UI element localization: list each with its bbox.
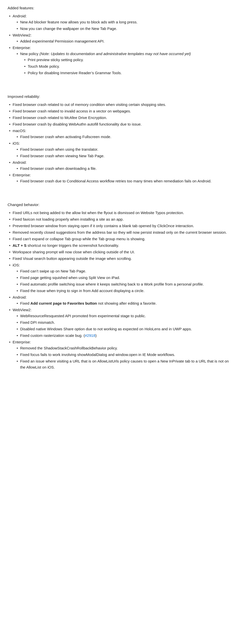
- item-text: Android:: [13, 14, 27, 18]
- item-text: WebView2:: [13, 308, 31, 312]
- item-text: New policy (Note: Updates to documentati…: [20, 52, 191, 56]
- issue-link[interactable]: #2918: [85, 333, 95, 338]
- item-text: Fixed Visual search button appearing out…: [13, 256, 132, 261]
- release-notes-page: Added features: Android: New Ad blocker …: [8, 5, 229, 370]
- item-text: Fixed URLs not being added to the allow …: [13, 211, 184, 215]
- item-text: Prevented browser window from staying op…: [13, 224, 194, 228]
- item-text: Fixed browser crash when downloading a f…: [20, 166, 97, 171]
- list-item: Fixed an issue where visiting a URL that…: [15, 358, 229, 370]
- improved-reliability-section: Improved reliability: Fixed browser cras…: [8, 94, 229, 184]
- list-item: macOS: Fixed browser crash when activati…: [8, 128, 229, 140]
- list-item: New Ad blocker feature now allows you to…: [15, 19, 229, 25]
- list-item: Fixed custom rasterization scale bug. (#…: [15, 333, 229, 339]
- nested-list: Fixed browser crash due to Conditional A…: [15, 178, 229, 184]
- list-item: Removed the ShadowStackCrashRollbackBeha…: [15, 345, 229, 351]
- item-text: Fixed browser crash when using the trans…: [20, 147, 98, 151]
- list-item: Disabled native Windows Share option due…: [15, 326, 229, 332]
- list-item: Android: Fixed browser crash when downlo…: [8, 159, 229, 172]
- list-item: Enterprise: Removed the ShadowStackCrash…: [8, 339, 229, 370]
- list-item: iOS: Fixed browser crash when using the …: [8, 140, 229, 159]
- item-text: Removed recently closed suggestions from…: [13, 230, 227, 234]
- list-item: Android: Fixed Add current page to Favor…: [8, 294, 229, 306]
- changed-behavior-section: Changed behavior: Fixed URLs not being a…: [8, 202, 229, 370]
- list-item: Fixed Visual search button appearing out…: [8, 256, 229, 262]
- list-item: Fixed page getting squished when using S…: [15, 275, 229, 281]
- list-item: Fixed browser crash when using the trans…: [15, 146, 229, 152]
- added-features-title: Added features:: [8, 5, 229, 11]
- item-text: Fixed can’t expand or collapse Tab group…: [13, 237, 145, 241]
- item-text: Disabled native Windows Share option due…: [20, 327, 192, 331]
- bold-text: ALT + S: [13, 243, 26, 248]
- item-text: iOS:: [13, 141, 20, 145]
- list-item: Now you can change the wallpaper on the …: [15, 26, 229, 32]
- italic-text: (Note: Updates to documentation and admi…: [40, 52, 191, 56]
- item-text: Fixed favicon not loading properly when …: [13, 217, 124, 221]
- item-text: Print preview sticky setting policy.: [28, 58, 84, 62]
- list-item: Prevented browser window from staying op…: [8, 223, 229, 229]
- list-item: Fixed browser crash due to Conditional A…: [15, 178, 229, 184]
- item-text: Fixed browser crash related to McAfee Dr…: [13, 115, 107, 120]
- item-text: Fixed focus fails to work involving show…: [20, 352, 175, 357]
- list-item: iOS: Fixed can’t swipe up on New Tab Pag…: [8, 262, 229, 294]
- nested-list: Fixed can’t swipe up on New Tab Page. Fi…: [15, 268, 229, 294]
- item-text: Fixed page getting squished when using S…: [20, 275, 120, 280]
- item-text: Enterprise:: [13, 173, 31, 177]
- item-text: Fixed can’t swipe up on New Tab Page.: [20, 269, 86, 273]
- item-text: Touch Mode policy.: [28, 64, 60, 68]
- list-item: Fixed browser crash when downloading a f…: [15, 166, 229, 172]
- changed-behavior-list: Fixed URLs not being added to the allow …: [8, 210, 229, 370]
- item-text: Fixed browser crash related to invalid a…: [13, 109, 131, 113]
- list-item: Fixed browser crash related to McAfee Dr…: [8, 115, 229, 121]
- list-item: Fixed URLs not being added to the allow …: [8, 210, 229, 216]
- item-text: WebResourceResquested API promoted from …: [20, 314, 146, 318]
- list-item: Touch Mode policy.: [23, 63, 229, 69]
- list-item: Android: New Ad blocker feature now allo…: [8, 13, 229, 32]
- item-text: Removed the ShadowStackCrashRollbackBeha…: [20, 346, 118, 350]
- item-text: Fixed the issue when trying to sign in f…: [20, 289, 145, 293]
- list-item: WebResourceResquested API promoted from …: [15, 313, 229, 319]
- list-item: WebView2: WebResourceResquested API prom…: [8, 307, 229, 339]
- changed-behavior-title: Changed behavior:: [8, 202, 229, 208]
- list-item: Enterprise: New policy (Note: Updates to…: [8, 45, 229, 76]
- item-text: New Ad blocker feature now allows you to…: [20, 20, 138, 24]
- item-text: Fixed Add current page to Favorites butt…: [20, 301, 157, 305]
- list-item: Added experimental Permission management…: [15, 38, 229, 44]
- item-text: Fixed browser crash by disabling WebAuth…: [13, 122, 142, 126]
- list-item: Fixed browser crash by disabling WebAuth…: [8, 121, 229, 127]
- item-text: Fixed browser crash when activating Full…: [20, 135, 111, 139]
- list-item: ALT + S shortcut no longer triggers the …: [8, 243, 229, 249]
- item-text: Now you can change the wallpaper on the …: [20, 26, 117, 31]
- spacer-2: [8, 194, 229, 202]
- list-item: Fixed Add current page to Favorites butt…: [15, 300, 229, 306]
- added-features-section: Added features: Android: New Ad blocker …: [8, 5, 229, 76]
- item-text: Workspace sharing prompt will now close …: [13, 250, 135, 254]
- nested-list: New Ad blocker feature now allows you to…: [15, 19, 229, 32]
- spacer-1: [8, 86, 229, 94]
- nested-list: Added experimental Permission management…: [15, 38, 229, 44]
- added-features-list: Android: New Ad blocker feature now allo…: [8, 13, 229, 76]
- improved-reliability-title: Improved reliability:: [8, 94, 229, 100]
- item-text: Added experimental Permission management…: [20, 39, 105, 43]
- list-item: New policy (Note: Updates to documentati…: [15, 51, 229, 76]
- item-text: Android:: [13, 295, 27, 299]
- item-text: Fixed automatic profile switching issue …: [20, 282, 204, 286]
- list-item: Fixed DPI mismatch.: [15, 319, 229, 326]
- list-item: Enterprise: Fixed browser crash due to C…: [8, 172, 229, 184]
- list-item: WebView2: Added experimental Permission …: [8, 32, 229, 44]
- item-text: iOS:: [13, 263, 20, 267]
- item-text: Fixed browser crash related to out of me…: [13, 102, 166, 107]
- item-text: Android:: [13, 160, 27, 165]
- nested-list: WebResourceResquested API promoted from …: [15, 313, 229, 339]
- list-item: Fixed browser crash when viewing New Tab…: [15, 153, 229, 159]
- item-text: Enterprise:: [13, 46, 31, 50]
- list-item: Removed recently closed suggestions from…: [8, 229, 229, 235]
- item-text: Policy for disabling Immersive Reader’s …: [28, 71, 122, 75]
- item-text: Fixed browser crash due to Conditional A…: [20, 179, 212, 183]
- bold-text: Add current page to Favorites button: [30, 301, 97, 305]
- list-item: Fixed browser crash related to invalid a…: [8, 108, 229, 114]
- item-text: Fixed an issue where visiting a URL that…: [20, 359, 229, 369]
- list-item: Workspace sharing prompt will now close …: [8, 249, 229, 255]
- list-item: Fixed can’t expand or collapse Tab group…: [8, 236, 229, 242]
- list-item: Fixed automatic profile switching issue …: [15, 281, 229, 287]
- list-item: Fixed the issue when trying to sign in f…: [15, 288, 229, 294]
